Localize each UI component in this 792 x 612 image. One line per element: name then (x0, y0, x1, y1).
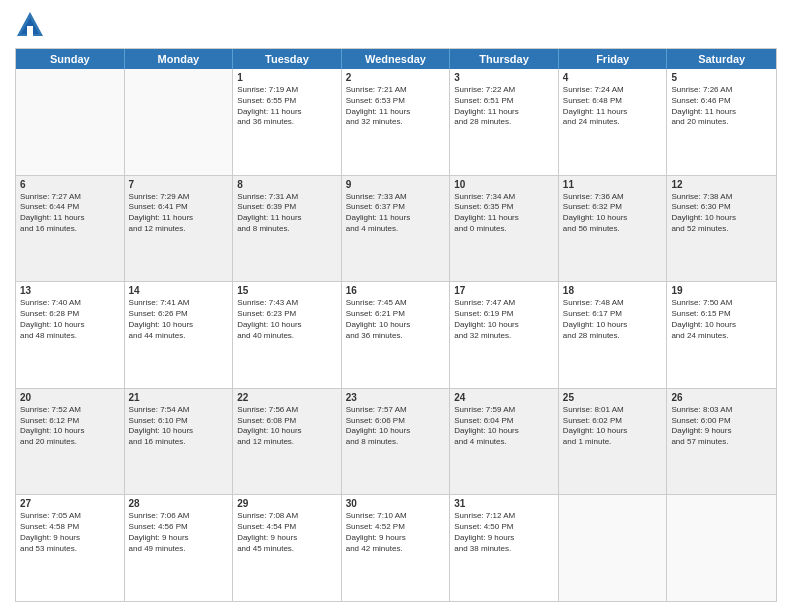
calendar-row-2: 13Sunrise: 7:40 AM Sunset: 6:28 PM Dayli… (16, 282, 776, 389)
day-number: 18 (563, 285, 663, 296)
day-number: 17 (454, 285, 554, 296)
day-number: 14 (129, 285, 229, 296)
day-number: 12 (671, 179, 772, 190)
cal-cell-29: 29Sunrise: 7:08 AM Sunset: 4:54 PM Dayli… (233, 495, 342, 601)
day-number: 10 (454, 179, 554, 190)
day-number: 25 (563, 392, 663, 403)
cal-cell-7: 7Sunrise: 7:29 AM Sunset: 6:41 PM Daylig… (125, 176, 234, 282)
day-number: 1 (237, 72, 337, 83)
cell-info: Sunrise: 7:12 AM Sunset: 4:50 PM Dayligh… (454, 511, 554, 554)
day-number: 30 (346, 498, 446, 509)
cal-cell-12: 12Sunrise: 7:38 AM Sunset: 6:30 PM Dayli… (667, 176, 776, 282)
cell-info: Sunrise: 7:48 AM Sunset: 6:17 PM Dayligh… (563, 298, 663, 341)
cal-cell-19: 19Sunrise: 7:50 AM Sunset: 6:15 PM Dayli… (667, 282, 776, 388)
cal-cell-30: 30Sunrise: 7:10 AM Sunset: 4:52 PM Dayli… (342, 495, 451, 601)
day-number: 29 (237, 498, 337, 509)
day-number: 8 (237, 179, 337, 190)
header-day-sunday: Sunday (16, 49, 125, 69)
cell-info: Sunrise: 7:26 AM Sunset: 6:46 PM Dayligh… (671, 85, 772, 128)
cell-info: Sunrise: 8:03 AM Sunset: 6:00 PM Dayligh… (671, 405, 772, 448)
cal-cell-28: 28Sunrise: 7:06 AM Sunset: 4:56 PM Dayli… (125, 495, 234, 601)
header-day-wednesday: Wednesday (342, 49, 451, 69)
cal-cell-25: 25Sunrise: 8:01 AM Sunset: 6:02 PM Dayli… (559, 389, 668, 495)
cell-info: Sunrise: 7:10 AM Sunset: 4:52 PM Dayligh… (346, 511, 446, 554)
cell-info: Sunrise: 7:54 AM Sunset: 6:10 PM Dayligh… (129, 405, 229, 448)
day-number: 3 (454, 72, 554, 83)
calendar-row-4: 27Sunrise: 7:05 AM Sunset: 4:58 PM Dayli… (16, 495, 776, 601)
cell-info: Sunrise: 7:08 AM Sunset: 4:54 PM Dayligh… (237, 511, 337, 554)
cell-info: Sunrise: 7:21 AM Sunset: 6:53 PM Dayligh… (346, 85, 446, 128)
cal-cell-17: 17Sunrise: 7:47 AM Sunset: 6:19 PM Dayli… (450, 282, 559, 388)
day-number: 5 (671, 72, 772, 83)
cal-cell-21: 21Sunrise: 7:54 AM Sunset: 6:10 PM Dayli… (125, 389, 234, 495)
cell-info: Sunrise: 7:05 AM Sunset: 4:58 PM Dayligh… (20, 511, 120, 554)
day-number: 24 (454, 392, 554, 403)
cal-cell-empty-0-1 (125, 69, 234, 175)
cal-cell-empty-4-6 (667, 495, 776, 601)
cal-cell-27: 27Sunrise: 7:05 AM Sunset: 4:58 PM Dayli… (16, 495, 125, 601)
cell-info: Sunrise: 7:57 AM Sunset: 6:06 PM Dayligh… (346, 405, 446, 448)
cal-cell-6: 6Sunrise: 7:27 AM Sunset: 6:44 PM Daylig… (16, 176, 125, 282)
cal-cell-5: 5Sunrise: 7:26 AM Sunset: 6:46 PM Daylig… (667, 69, 776, 175)
day-number: 28 (129, 498, 229, 509)
day-number: 26 (671, 392, 772, 403)
header-day-friday: Friday (559, 49, 668, 69)
day-number: 23 (346, 392, 446, 403)
calendar-row-3: 20Sunrise: 7:52 AM Sunset: 6:12 PM Dayli… (16, 389, 776, 496)
calendar-body: 1Sunrise: 7:19 AM Sunset: 6:55 PM Daylig… (16, 69, 776, 601)
day-number: 13 (20, 285, 120, 296)
cell-info: Sunrise: 7:36 AM Sunset: 6:32 PM Dayligh… (563, 192, 663, 235)
cell-info: Sunrise: 7:33 AM Sunset: 6:37 PM Dayligh… (346, 192, 446, 235)
cell-info: Sunrise: 7:50 AM Sunset: 6:15 PM Dayligh… (671, 298, 772, 341)
calendar: SundayMondayTuesdayWednesdayThursdayFrid… (15, 48, 777, 602)
calendar-row-0: 1Sunrise: 7:19 AM Sunset: 6:55 PM Daylig… (16, 69, 776, 176)
cal-cell-9: 9Sunrise: 7:33 AM Sunset: 6:37 PM Daylig… (342, 176, 451, 282)
cell-info: Sunrise: 7:56 AM Sunset: 6:08 PM Dayligh… (237, 405, 337, 448)
cell-info: Sunrise: 7:29 AM Sunset: 6:41 PM Dayligh… (129, 192, 229, 235)
svg-rect-2 (27, 26, 33, 36)
cal-cell-1: 1Sunrise: 7:19 AM Sunset: 6:55 PM Daylig… (233, 69, 342, 175)
cell-info: Sunrise: 7:19 AM Sunset: 6:55 PM Dayligh… (237, 85, 337, 128)
day-number: 16 (346, 285, 446, 296)
cal-cell-16: 16Sunrise: 7:45 AM Sunset: 6:21 PM Dayli… (342, 282, 451, 388)
cal-cell-8: 8Sunrise: 7:31 AM Sunset: 6:39 PM Daylig… (233, 176, 342, 282)
day-number: 6 (20, 179, 120, 190)
day-number: 22 (237, 392, 337, 403)
cal-cell-24: 24Sunrise: 7:59 AM Sunset: 6:04 PM Dayli… (450, 389, 559, 495)
cal-cell-4: 4Sunrise: 7:24 AM Sunset: 6:48 PM Daylig… (559, 69, 668, 175)
cell-info: Sunrise: 7:38 AM Sunset: 6:30 PM Dayligh… (671, 192, 772, 235)
cal-cell-22: 22Sunrise: 7:56 AM Sunset: 6:08 PM Dayli… (233, 389, 342, 495)
logo (15, 10, 49, 40)
day-number: 9 (346, 179, 446, 190)
logo-icon (15, 10, 45, 40)
cell-info: Sunrise: 7:40 AM Sunset: 6:28 PM Dayligh… (20, 298, 120, 341)
cell-info: Sunrise: 8:01 AM Sunset: 6:02 PM Dayligh… (563, 405, 663, 448)
day-number: 7 (129, 179, 229, 190)
calendar-row-1: 6Sunrise: 7:27 AM Sunset: 6:44 PM Daylig… (16, 176, 776, 283)
day-number: 19 (671, 285, 772, 296)
cal-cell-3: 3Sunrise: 7:22 AM Sunset: 6:51 PM Daylig… (450, 69, 559, 175)
day-number: 27 (20, 498, 120, 509)
cell-info: Sunrise: 7:52 AM Sunset: 6:12 PM Dayligh… (20, 405, 120, 448)
day-number: 4 (563, 72, 663, 83)
day-number: 21 (129, 392, 229, 403)
day-number: 2 (346, 72, 446, 83)
header (15, 10, 777, 40)
cal-cell-empty-0-0 (16, 69, 125, 175)
day-number: 31 (454, 498, 554, 509)
day-number: 15 (237, 285, 337, 296)
header-day-saturday: Saturday (667, 49, 776, 69)
day-number: 20 (20, 392, 120, 403)
cell-info: Sunrise: 7:27 AM Sunset: 6:44 PM Dayligh… (20, 192, 120, 235)
day-number: 11 (563, 179, 663, 190)
cal-cell-empty-4-5 (559, 495, 668, 601)
cell-info: Sunrise: 7:41 AM Sunset: 6:26 PM Dayligh… (129, 298, 229, 341)
cal-cell-31: 31Sunrise: 7:12 AM Sunset: 4:50 PM Dayli… (450, 495, 559, 601)
calendar-header: SundayMondayTuesdayWednesdayThursdayFrid… (16, 49, 776, 69)
cal-cell-10: 10Sunrise: 7:34 AM Sunset: 6:35 PM Dayli… (450, 176, 559, 282)
cell-info: Sunrise: 7:22 AM Sunset: 6:51 PM Dayligh… (454, 85, 554, 128)
cell-info: Sunrise: 7:47 AM Sunset: 6:19 PM Dayligh… (454, 298, 554, 341)
cell-info: Sunrise: 7:06 AM Sunset: 4:56 PM Dayligh… (129, 511, 229, 554)
cal-cell-20: 20Sunrise: 7:52 AM Sunset: 6:12 PM Dayli… (16, 389, 125, 495)
cal-cell-13: 13Sunrise: 7:40 AM Sunset: 6:28 PM Dayli… (16, 282, 125, 388)
